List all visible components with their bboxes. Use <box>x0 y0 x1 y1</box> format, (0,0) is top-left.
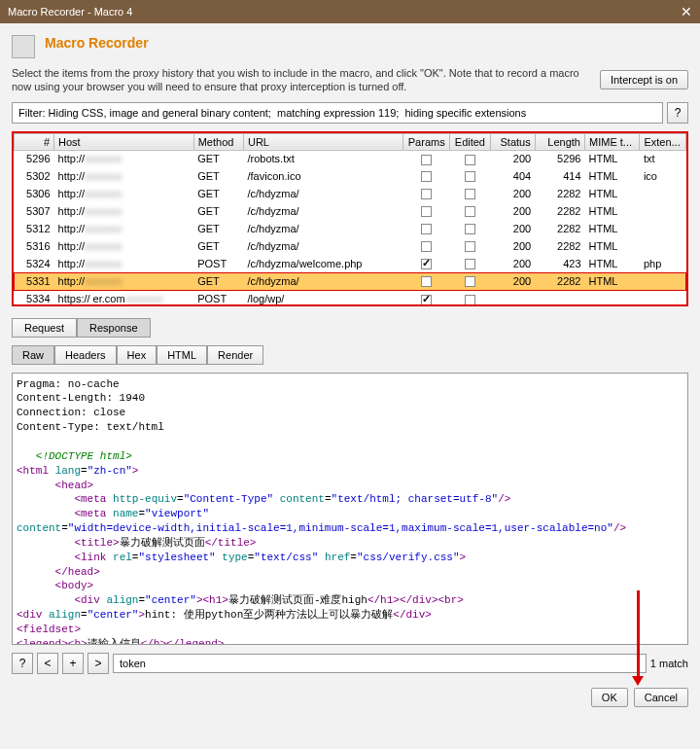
table-row[interactable]: 5316http://xxxxxxxGET/c/hdyzma/2002282HT… <box>15 237 686 255</box>
col-status[interactable]: Status <box>490 133 535 150</box>
table-row[interactable]: 5334https:// er.comxxxxxxxPOST/log/wp/ <box>15 290 686 306</box>
response-body-view[interactable]: Pragma: no-cache Content-Length: 1940 Co… <box>12 373 688 645</box>
annotation-arrow <box>637 590 640 678</box>
table-row[interactable]: 5296http://xxxxxxxGET/robots.txt2005296H… <box>15 150 686 167</box>
filter-input[interactable] <box>12 102 663 124</box>
close-icon[interactable]: ✕ <box>681 4 692 19</box>
subtab-render[interactable]: Render <box>207 345 263 365</box>
history-table: # Host Method URL Params Edited Status L… <box>12 131 688 306</box>
subtab-raw[interactable]: Raw <box>12 345 54 365</box>
tab-request[interactable]: Request <box>12 318 77 338</box>
col-url[interactable]: URL <box>243 133 402 150</box>
match-count: 1 match <box>650 658 688 669</box>
table-row[interactable]: 5307http://xxxxxxxGET/c/hdyzma/2002282HT… <box>15 202 686 220</box>
subtab-html[interactable]: HTML <box>157 345 207 365</box>
app-icon <box>12 35 35 58</box>
table-row[interactable]: 5324http://xxxxxxxPOST/c/hdyzma/welcome.… <box>15 255 686 272</box>
table-row[interactable]: 5302http://xxxxxxxGET/favicon.ico404414H… <box>15 167 686 185</box>
search-add-button[interactable]: + <box>62 653 84 674</box>
subtab-hex[interactable]: Hex <box>117 345 158 365</box>
col-length[interactable]: Length <box>535 133 584 150</box>
table-row[interactable]: 5331http://xxxxxxxGET/c/hdyzma/2002282HT… <box>15 272 686 290</box>
titlebar: Macro Recorder - Macro 4 ✕ <box>0 0 700 23</box>
window-title: Macro Recorder - Macro 4 <box>8 6 132 18</box>
filter-help-button[interactable]: ? <box>667 102 688 124</box>
col-num[interactable]: # <box>15 133 54 150</box>
intercept-button[interactable]: Intercept is on <box>600 70 688 89</box>
table-row[interactable]: 5312http://xxxxxxxGET/c/hdyzma/2002282HT… <box>15 220 686 237</box>
search-prev-button[interactable]: < <box>37 653 58 674</box>
tab-response[interactable]: Response <box>77 318 151 338</box>
search-input[interactable] <box>113 654 647 673</box>
table-row[interactable]: 5306http://xxxxxxxGET/c/hdyzma/2002282HT… <box>15 185 686 202</box>
col-method[interactable]: Method <box>193 133 243 150</box>
subtab-headers[interactable]: Headers <box>54 345 117 365</box>
page-title: Macro Recorder <box>45 35 149 51</box>
search-next-button[interactable]: > <box>88 653 109 674</box>
description-text: Select the items from the proxy history … <box>12 66 590 94</box>
search-help-button[interactable]: ? <box>12 653 33 674</box>
col-ext[interactable]: Exten... <box>640 133 686 150</box>
cancel-button[interactable]: Cancel <box>634 688 688 707</box>
col-host[interactable]: Host <box>54 133 194 150</box>
ok-button[interactable]: OK <box>591 688 628 707</box>
table-header-row: # Host Method URL Params Edited Status L… <box>15 133 686 150</box>
col-params[interactable]: Params <box>403 133 450 150</box>
col-mime[interactable]: MIME t... <box>585 133 640 150</box>
col-edited[interactable]: Edited <box>450 133 490 150</box>
